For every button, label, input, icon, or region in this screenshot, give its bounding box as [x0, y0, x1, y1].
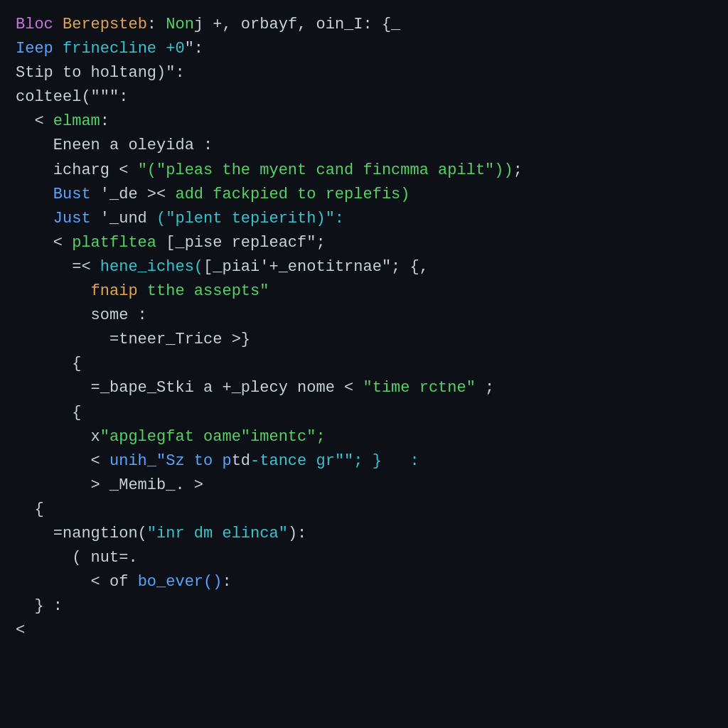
code-line: {: [16, 401, 712, 425]
code-line: Ieep frinecline +0":: [16, 37, 712, 61]
code-line: ( nut=.: [16, 546, 712, 570]
code-line: =_bape_Stki a +_plecy nome < "time rctne…: [16, 376, 712, 400]
code-token: :: [147, 13, 166, 37]
code-line: =nangtion("inr dm elinca"):: [16, 522, 712, 546]
code-token: ( nut=.: [72, 546, 137, 570]
code-token: Bloc: [16, 13, 63, 37]
code-token: ":: [185, 37, 203, 61]
code-token: "inr dm elinca": [147, 522, 288, 546]
code-token: add fackpied to replefis): [175, 183, 410, 207]
code-token: :: [100, 109, 109, 134]
code-token: -tance gr""; } :: [250, 449, 419, 473]
code-token: <: [16, 619, 25, 643]
code-line: some :: [16, 304, 712, 328]
code-line: < platfltea [_pise repleacf";: [16, 231, 712, 255]
code-token: {: [72, 352, 81, 376]
code-line: < elmam:: [16, 109, 712, 134]
code-line: Stip to holtang)":: [16, 61, 712, 85]
code-token: Non: [166, 13, 194, 37]
code-token: hene_iches(: [100, 255, 203, 279]
code-token: platfltea: [72, 231, 166, 255]
code-token: of: [109, 570, 138, 594]
code-line: fnaip tthe assepts": [16, 279, 712, 304]
code-line: icharg < "("pleas the myent cand fincmma…: [16, 159, 712, 183]
code-line: colteel(""":: [16, 85, 712, 109]
code-token: frinecline +0: [63, 37, 185, 61]
code-line: } :: [16, 594, 712, 619]
code-token: ;: [513, 159, 523, 183]
code-line: Just '_und ("plent tepierith)":: [16, 207, 712, 231]
code-token: <: [34, 109, 53, 134]
code-line: Eneen a oleyida :: [16, 134, 712, 158]
code-token: bo_ever(): [138, 570, 223, 594]
code-token: >: [91, 473, 109, 498]
code-token: [_pise repleacf";: [166, 231, 325, 255]
code-token: some :: [91, 304, 147, 328]
code-token: {: [72, 401, 81, 425]
code-token: '_und: [100, 207, 156, 231]
code-token: ("plent tepierith)":: [156, 207, 344, 231]
code-token: Ieep: [16, 37, 63, 61]
code-token: unih_"Sz to p: [109, 449, 232, 473]
code-token: j +, orbayf, oin_I: {_: [194, 13, 400, 37]
code-line: =tneer_Trice >}: [16, 328, 712, 352]
code-token: "time rctne": [363, 376, 475, 400]
code-token: =_bape_Stki a +_plecy nome <: [91, 376, 363, 400]
code-token: Eneen a oleyida :: [53, 134, 213, 158]
code-token: {: [34, 498, 43, 522]
code-line: {: [16, 498, 712, 522]
code-line: Bloc Berepsteb: Nonj +, orbayf, oin_I: {…: [16, 13, 712, 37]
code-token: =<: [72, 255, 100, 279]
code-line: {: [16, 352, 712, 376]
code-line: < unih_"Sz to ptd-tance gr""; } :: [16, 449, 712, 473]
code-token: td: [232, 449, 250, 473]
code-token: icharg <: [53, 159, 138, 183]
code-line: x"apglegfat oame"imentc";: [16, 425, 712, 449]
code-token: elmam: [53, 109, 100, 134]
code-token: <: [53, 231, 72, 255]
code-token: '_de ><: [100, 183, 176, 207]
code-token: <: [91, 449, 109, 473]
code-line: Bust '_de >< add fackpied to replefis): [16, 183, 712, 207]
code-token: =tneer_Trice >}: [109, 328, 250, 352]
code-token: colteel(""":: [16, 85, 128, 109]
code-token: :: [222, 570, 231, 594]
code-token: Berepsteb: [63, 13, 147, 37]
code-line: <: [16, 619, 712, 643]
code-token: ):: [288, 522, 306, 546]
code-token: =nangtion(: [53, 522, 147, 546]
code-line: < of bo_ever():: [16, 570, 712, 594]
code-token: Bust: [53, 183, 100, 207]
code-token: fnaip: [91, 279, 147, 304]
code-line: > _Memib_. >: [16, 473, 712, 498]
code-token: <: [91, 570, 109, 594]
code-token: Just: [53, 207, 100, 231]
code-token: tthe assepts": [147, 279, 269, 304]
code-token: ;: [476, 376, 494, 400]
code-token: [_piai'+_enotitrnae"; {,: [203, 255, 429, 279]
code-editor: Bloc Berepsteb: Nonj +, orbayf, oin_I: {…: [16, 13, 712, 643]
code-token: "("pleas the myent cand fincmma apilt")): [138, 159, 513, 183]
code-token: } :: [34, 594, 63, 619]
code-token: x: [91, 425, 100, 449]
code-line: =< hene_iches([_piai'+_enotitrnae"; {,: [16, 255, 712, 279]
code-token: "apglegfat oame"imentc";: [100, 425, 326, 449]
code-token: Stip to holtang)":: [16, 61, 185, 85]
code-token: _Memib_. >: [109, 473, 203, 498]
